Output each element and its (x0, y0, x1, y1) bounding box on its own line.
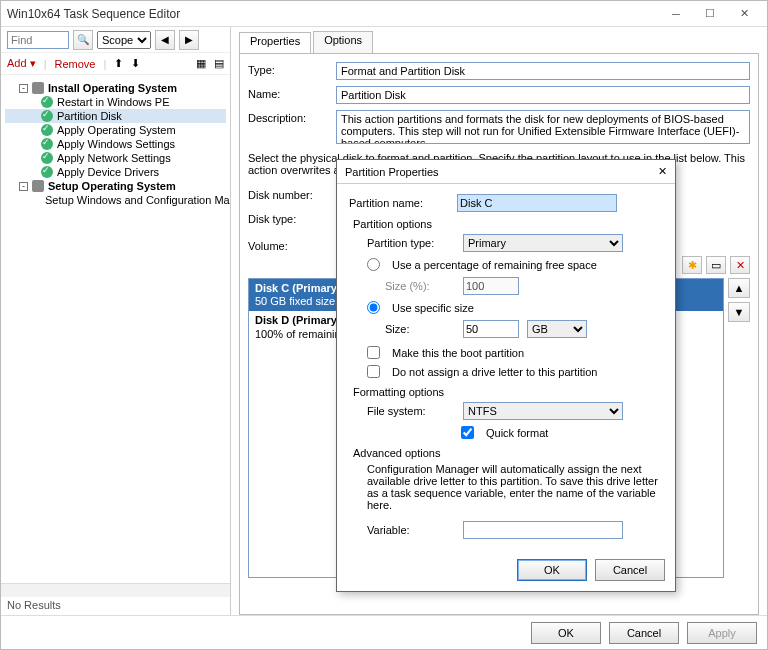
search-icon[interactable]: 🔍 (73, 30, 93, 50)
properties-icon[interactable]: ▭ (706, 256, 726, 274)
command-bar: Add ▾ | Remove | ⬆ ⬇ ▦ ▤ (1, 53, 230, 75)
new-volume-icon[interactable]: ✱ (682, 256, 702, 274)
quick-format-checkbox[interactable] (461, 426, 474, 439)
filesystem-label: File system: (367, 405, 455, 417)
check-icon (41, 166, 53, 178)
formatting-label: Formatting options (353, 386, 663, 398)
next-button[interactable]: ▶ (179, 30, 199, 50)
desc-label: Description: (248, 110, 328, 124)
variable-label: Variable: (367, 524, 455, 536)
variable-field[interactable] (463, 521, 623, 539)
tool-icon-1[interactable]: ▦ (196, 57, 206, 70)
remove-button[interactable]: Remove (55, 58, 96, 70)
type-label: Type: (248, 62, 328, 76)
name-label: Name: (248, 86, 328, 100)
size-percent-field (463, 277, 519, 295)
disk-type-label: Disk type: (248, 213, 328, 225)
left-pane: 🔍 Scope ◀ ▶ Add ▾ | Remove | ⬆ ⬇ ▦ ▤ - (1, 27, 231, 615)
boot-partition-checkbox[interactable] (367, 346, 380, 359)
close-button[interactable]: ✕ (727, 1, 761, 26)
tree-item-selected[interactable]: Partition Disk (5, 109, 226, 123)
boot-partition-label: Make this the boot partition (392, 347, 524, 359)
check-icon (41, 152, 53, 164)
gear-icon (32, 82, 44, 94)
tree-group-setup[interactable]: - Setup Operating System (5, 179, 226, 193)
dialog-titlebar[interactable]: Partition Properties ✕ (337, 160, 675, 184)
size-label: Size: (385, 323, 455, 335)
tab-options[interactable]: Options (313, 31, 373, 53)
maximize-button[interactable]: ☐ (693, 1, 727, 26)
find-toolbar: 🔍 Scope ◀ ▶ (1, 27, 230, 53)
size-unit-select[interactable]: GB (527, 320, 587, 338)
partition-name-field[interactable] (457, 194, 617, 212)
tree-item[interactable]: Apply Operating System (5, 123, 226, 137)
tool-icon-2[interactable]: ▤ (214, 57, 224, 70)
expander-icon[interactable]: - (19, 182, 28, 191)
apply-button: Apply (687, 622, 757, 644)
partition-type-select[interactable]: Primary (463, 234, 623, 252)
dialog-ok-button[interactable]: OK (517, 559, 587, 581)
tab-strip: Properties Options (239, 31, 759, 53)
ok-button[interactable]: OK (531, 622, 601, 644)
advanced-text: Configuration Manager will automatically… (349, 463, 663, 511)
gear-icon (32, 180, 44, 192)
tree-group-install[interactable]: - Install Operating System (5, 81, 226, 95)
minimize-button[interactable]: ─ (659, 1, 693, 26)
tree-item[interactable]: Apply Network Settings (5, 151, 226, 165)
scope-select[interactable]: Scope (97, 31, 151, 49)
type-field (336, 62, 750, 80)
partition-properties-dialog: Partition Properties ✕ Partition name: P… (336, 159, 676, 592)
no-drive-letter-checkbox[interactable] (367, 365, 380, 378)
expander-icon[interactable]: - (19, 84, 28, 93)
tree-item[interactable]: Apply Windows Settings (5, 137, 226, 151)
tree-scrollbar[interactable] (1, 583, 230, 597)
task-tree[interactable]: - Install Operating System Restart in Wi… (1, 75, 230, 583)
check-icon (41, 96, 53, 108)
size-percent-label: Size (%): (385, 280, 455, 292)
move-down-icon[interactable]: ⬇ (131, 57, 140, 70)
check-icon (41, 124, 53, 136)
titlebar: Win10x64 Task Sequence Editor ─ ☐ ✕ (1, 1, 767, 27)
tree-item[interactable]: Apply Device Drivers (5, 165, 226, 179)
add-button[interactable]: Add ▾ (7, 57, 36, 70)
dialog-cancel-button[interactable]: Cancel (595, 559, 665, 581)
check-icon (41, 110, 53, 122)
prev-button[interactable]: ◀ (155, 30, 175, 50)
disk-number-label: Disk number: (248, 189, 328, 201)
no-drive-letter-label: Do not assign a drive letter to this par… (392, 366, 597, 378)
tab-properties[interactable]: Properties (239, 32, 311, 54)
move-up-icon[interactable]: ⬆ (114, 57, 123, 70)
footer-buttons: OK Cancel Apply (1, 615, 767, 649)
cancel-button[interactable]: Cancel (609, 622, 679, 644)
advanced-label: Advanced options (353, 447, 663, 459)
window-title: Win10x64 Task Sequence Editor (7, 7, 659, 21)
tree-item[interactable]: Restart in Windows PE (5, 95, 226, 109)
use-percent-label: Use a percentage of remaining free space (392, 259, 597, 271)
dialog-close-icon[interactable]: ✕ (658, 165, 667, 178)
desc-field[interactable]: This action partitions and formats the d… (336, 110, 750, 144)
tree-item[interactable]: Setup Windows and Configuration Manager (5, 193, 226, 207)
filesystem-select[interactable]: NTFS (463, 402, 623, 420)
use-specific-radio[interactable] (367, 301, 380, 314)
use-specific-label: Use specific size (392, 302, 474, 314)
delete-volume-icon[interactable]: ✕ (730, 256, 750, 274)
dialog-title: Partition Properties (345, 166, 658, 178)
partition-type-label: Partition type: (367, 237, 455, 249)
name-field[interactable] (336, 86, 750, 104)
no-results-label: No Results (1, 597, 230, 615)
partition-options-label: Partition options (353, 218, 663, 230)
vol-down-icon[interactable]: ▼ (728, 302, 750, 322)
check-icon (41, 138, 53, 150)
vol-up-icon[interactable]: ▲ (728, 278, 750, 298)
find-input[interactable] (7, 31, 69, 49)
size-field[interactable] (463, 320, 519, 338)
partition-name-label: Partition name: (349, 197, 449, 209)
main-window: Win10x64 Task Sequence Editor ─ ☐ ✕ 🔍 Sc… (0, 0, 768, 650)
quick-format-label: Quick format (486, 427, 548, 439)
use-percent-radio[interactable] (367, 258, 380, 271)
